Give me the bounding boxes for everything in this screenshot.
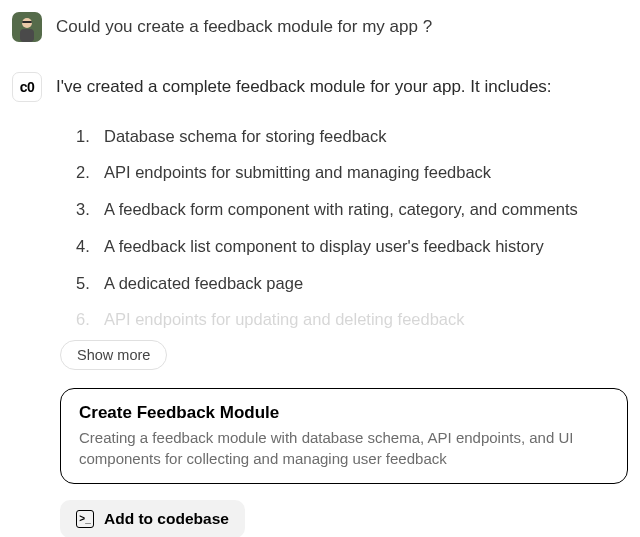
show-more-button[interactable]: Show more bbox=[60, 340, 167, 370]
bot-message-row: c0 I've created a complete feedback modu… bbox=[12, 72, 628, 537]
show-more-container: Show more bbox=[60, 340, 628, 370]
code-icon: >_ bbox=[76, 510, 94, 528]
action-card-description: Creating a feedback module with database… bbox=[79, 427, 609, 469]
bot-intro-text: I've created a complete feedback module … bbox=[56, 75, 628, 100]
svg-rect-2 bbox=[20, 29, 34, 42]
action-card-title: Create Feedback Module bbox=[79, 403, 609, 423]
list-item: Database schema for storing feedback bbox=[76, 124, 628, 149]
bot-message-content: I've created a complete feedback module … bbox=[56, 72, 628, 537]
add-to-codebase-label: Add to codebase bbox=[104, 510, 229, 528]
list-item: A dedicated feedback page bbox=[76, 271, 628, 296]
user-avatar bbox=[12, 12, 42, 42]
user-message-content: Could you create a feedback module for m… bbox=[56, 12, 628, 39]
svg-rect-3 bbox=[22, 21, 32, 23]
user-avatar-image-icon bbox=[12, 12, 42, 42]
feature-list: Database schema for storing feedback API… bbox=[56, 124, 628, 333]
bot-avatar: c0 bbox=[12, 72, 42, 102]
list-item-faded: API endpoints for updating and deleting … bbox=[76, 307, 628, 332]
list-item: A feedback list component to display use… bbox=[76, 234, 628, 259]
list-item: API endpoints for submitting and managin… bbox=[76, 160, 628, 185]
action-card[interactable]: Create Feedback Module Creating a feedba… bbox=[60, 388, 628, 484]
user-message-text: Could you create a feedback module for m… bbox=[56, 15, 628, 39]
user-message-row: Could you create a feedback module for m… bbox=[12, 12, 628, 42]
add-to-codebase-button[interactable]: >_ Add to codebase bbox=[60, 500, 245, 537]
list-item: A feedback form component with rating, c… bbox=[76, 197, 628, 222]
